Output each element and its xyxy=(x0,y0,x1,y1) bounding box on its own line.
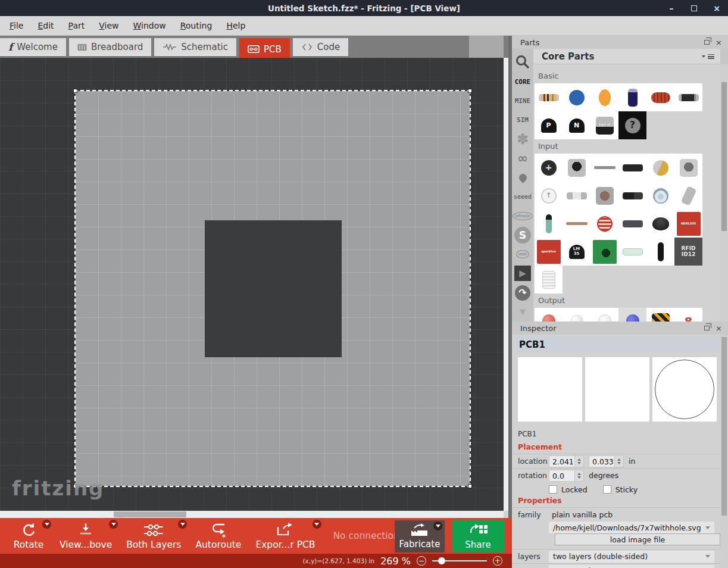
part-ir-distance-sensor[interactable] xyxy=(618,210,646,238)
part-sensor-breakout-board[interactable] xyxy=(590,238,618,266)
part-electrolytic-capacitor[interactable] xyxy=(618,83,646,111)
spinner-arrows-icon[interactable] xyxy=(574,456,583,467)
share-button[interactable]: Share xyxy=(452,520,504,553)
locked-checkbox[interactable] xyxy=(549,485,557,494)
shape-dropdown[interactable]: Custom Shape xyxy=(549,565,714,568)
export-button[interactable]: Expor...r PCB xyxy=(248,518,322,554)
part-piezo-vibration-sensor[interactable] xyxy=(646,210,674,238)
tab-pcb[interactable]: PCB xyxy=(239,38,290,59)
tab-welcome[interactable]: fWelcome xyxy=(0,38,66,56)
resize-handle-top-right[interactable] xyxy=(468,89,472,93)
spinner-arrows-icon[interactable] xyxy=(574,470,583,481)
part-lm35-temperature-sensor[interactable]: LM 35 xyxy=(563,238,590,266)
breadboard-preview[interactable] xyxy=(518,357,582,422)
parts-scrollbar[interactable] xyxy=(720,64,728,322)
close-dock-icon[interactable]: × xyxy=(715,39,722,46)
part-micro-slide-switch[interactable] xyxy=(563,182,590,210)
bin-adafruit-flower-icon[interactable]: ✽ xyxy=(512,130,533,149)
rotate-dropdown-icon[interactable] xyxy=(42,520,51,529)
sticky-checkbox[interactable] xyxy=(603,485,611,494)
layers-dropdown-icon[interactable] xyxy=(178,520,187,529)
part-ceramic-capacitor[interactable] xyxy=(563,83,590,111)
part-digital-potentiometer[interactable] xyxy=(618,154,646,182)
location-y-value[interactable]: 0.033 xyxy=(589,456,614,467)
part-red-led[interactable] xyxy=(535,308,563,322)
part-photoresistor[interactable] xyxy=(590,210,618,238)
menu-help[interactable]: Help xyxy=(219,18,252,33)
viewfrom-dropdown-icon[interactable] xyxy=(109,520,118,529)
part-reed-switch[interactable] xyxy=(618,238,646,266)
part-pushbutton[interactable] xyxy=(590,182,618,210)
bin-mine[interactable]: MINE xyxy=(512,91,533,110)
rotation-value[interactable]: 0.0 xyxy=(549,470,574,481)
part-slide-switch[interactable] xyxy=(618,182,646,210)
part-rotary-hex-switch[interactable]: ↑ xyxy=(535,182,563,210)
rotate-button[interactable]: Rotate xyxy=(5,518,52,554)
location-x-value[interactable]: 2.041 xyxy=(549,456,574,467)
part-diode[interactable] xyxy=(674,83,702,111)
inspector-scrollbar-thumb[interactable] xyxy=(721,337,727,516)
bin-scroll-down-icon[interactable]: ▼ xyxy=(512,302,533,322)
part-inductor[interactable] xyxy=(646,83,674,111)
part-resistor[interactable] xyxy=(535,83,563,111)
export-dropdown-icon[interactable] xyxy=(313,520,321,529)
pcb-preview[interactable] xyxy=(652,357,717,422)
autoroute-button[interactable]: Autoroute xyxy=(188,518,248,554)
part-rotary-encoder[interactable] xyxy=(674,154,702,182)
tab-schematic[interactable]: Schematic xyxy=(154,38,236,56)
part-flex-sensor[interactable] xyxy=(563,210,590,238)
part-joystick[interactable] xyxy=(646,238,674,266)
pcb-board[interactable] xyxy=(76,91,470,486)
float-dock-icon[interactable] xyxy=(704,326,710,330)
layers-button[interactable]: Both Layers xyxy=(119,518,188,554)
bin-infineon[interactable]: Infineon xyxy=(512,207,533,226)
resize-handle-bottom-right[interactable] xyxy=(468,484,472,488)
bin-picaxe-icon[interactable]: ↷ xyxy=(512,283,533,302)
menu-window[interactable]: Window xyxy=(126,18,173,33)
viewfrom-button[interactable]: View...bove xyxy=(52,518,119,554)
spinner-arrows-icon[interactable] xyxy=(614,456,623,467)
part-dht22-humidity-sensor[interactable] xyxy=(535,266,563,294)
tab-code[interactable]: Code xyxy=(293,38,348,56)
part-panel-potentiometer[interactable] xyxy=(646,154,674,182)
menu-edit[interactable]: Edit xyxy=(30,18,61,33)
part-temperature-probe[interactable] xyxy=(535,210,563,238)
inspector-scrollbar[interactable] xyxy=(720,335,728,568)
schematic-preview[interactable] xyxy=(585,357,649,422)
float-dock-icon[interactable] xyxy=(704,40,710,45)
hscroll-thumb[interactable] xyxy=(114,511,186,517)
zoom-in-button[interactable]: + xyxy=(493,556,502,566)
menu-view[interactable]: View xyxy=(92,18,126,33)
bin-snootlab[interactable]: S xyxy=(512,226,533,245)
close-dock-icon[interactable]: × xyxy=(715,324,722,332)
part-tantalum-capacitor[interactable] xyxy=(590,83,618,111)
pcb-canvas[interactable]: fritzing xyxy=(0,58,504,511)
part-pnp-transistor[interactable]: P xyxy=(535,111,563,139)
bin-intel[interactable]: intel xyxy=(512,245,533,264)
menu-routing[interactable]: Routing xyxy=(173,18,220,33)
part-npn-transistor[interactable]: N xyxy=(563,111,590,139)
close-button[interactable]: × xyxy=(705,4,728,13)
parts-scrollbar-thumb[interactable] xyxy=(721,82,727,231)
part-blue-led[interactable] xyxy=(618,308,646,322)
bin-core[interactable]: CORE xyxy=(512,72,533,91)
resize-handle-top-left[interactable] xyxy=(73,89,77,93)
rotation-spinbox[interactable]: 0.0 xyxy=(549,470,584,482)
part-slide-potentiometer[interactable] xyxy=(590,154,618,182)
tab-breadboard[interactable]: Breadboard xyxy=(69,38,151,56)
part-servo-motor[interactable] xyxy=(646,308,674,322)
part-toggle-switch[interactable] xyxy=(646,182,674,210)
canvas-vertical-scrollbar[interactable] xyxy=(504,58,508,511)
part-p-channel-mosfet[interactable]: FET P xyxy=(590,111,618,139)
bin-parallax-play-icon[interactable]: ▶ xyxy=(512,264,533,283)
bin-seeed[interactable]: seeed xyxy=(512,187,533,206)
bin-sim[interactable]: SIM xyxy=(512,111,533,130)
shape-file-dropdown[interactable]: /home/kjell/Downloads/7x7withhole.svg xyxy=(549,522,714,533)
part-tilt-sensor[interactable] xyxy=(674,182,702,210)
zoom-out-button[interactable]: − xyxy=(417,556,426,566)
zoom-slider[interactable] xyxy=(432,560,487,561)
location-x-spinbox[interactable]: 2.041 xyxy=(549,455,584,467)
load-image-file-button[interactable]: load image file xyxy=(555,533,720,545)
bin-sparkfun-flame-icon[interactable] xyxy=(512,168,533,187)
part-white-led[interactable] xyxy=(563,308,590,322)
